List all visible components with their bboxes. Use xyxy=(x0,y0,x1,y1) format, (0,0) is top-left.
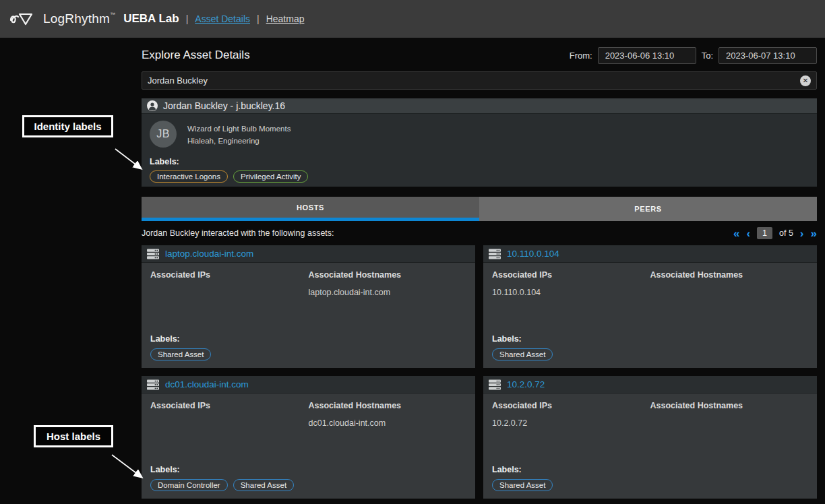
server-icon xyxy=(489,379,501,390)
next-page-icon[interactable]: › xyxy=(800,228,804,239)
asset-card-body: Associated IPs 10.2.0.72 Associated Host… xyxy=(483,393,817,499)
server-icon xyxy=(147,379,159,390)
search-bar: ✕ xyxy=(142,71,817,90)
asset-label-badge: Shared Asset xyxy=(492,348,553,360)
identity-label-badge: Interactive Logons xyxy=(150,170,228,183)
asset-card-header: 10.2.0.72 xyxy=(483,376,817,393)
tab-peers[interactable]: PEERS xyxy=(479,197,817,221)
from-datetime-input[interactable] xyxy=(598,47,696,64)
asset-card: dc01.cloudai-int.com Associated IPs Asso… xyxy=(142,376,475,499)
associated-hostnames-value xyxy=(650,418,809,429)
asset-name-link[interactable]: 10.110.0.104 xyxy=(507,249,559,259)
asset-labels: Shared Asset xyxy=(492,348,808,360)
associated-hostnames-header: Associated Hostnames xyxy=(309,270,467,280)
annotation-identity-labels: Identity labels xyxy=(22,115,113,137)
logrhythm-logo-icon xyxy=(9,9,38,28)
associated-hostnames-header: Associated Hostnames xyxy=(309,401,467,410)
asset-labels-heading: Labels: xyxy=(150,465,466,474)
identity-title: Jordan Buckley - j.buckley.16 xyxy=(163,100,285,111)
identity-labels: Interactive Logons Privileged Activity xyxy=(150,170,308,183)
asset-label-badge: Shared Asset xyxy=(150,348,211,360)
tab-hosts[interactable]: HOSTS xyxy=(142,197,479,221)
asset-label-badge: Shared Asset xyxy=(492,479,553,491)
asset-label-badge: Domain Controller xyxy=(150,479,228,491)
asset-labels-heading: Labels: xyxy=(492,334,808,344)
identity-card-body: JB Wizard of Light Bulb Moments Hialeah,… xyxy=(142,114,817,187)
asset-card-body: Associated IPs Associated Hostnames lapt… xyxy=(142,263,475,368)
clear-search-icon[interactable]: ✕ xyxy=(800,75,811,86)
associated-ips-value: 10.110.0.104 xyxy=(492,288,650,298)
asset-name-link[interactable]: dc01.cloudai-int.com xyxy=(165,379,249,389)
avatar: JB xyxy=(150,121,177,148)
associated-hostnames-header: Associated Hostnames xyxy=(650,270,809,280)
server-icon xyxy=(147,249,159,259)
brand-name: LogRhythm™ xyxy=(43,11,115,26)
from-label: From: xyxy=(570,51,592,61)
tab-bar: HOSTS PEERS xyxy=(142,197,817,221)
previous-page-icon[interactable]: ‹ xyxy=(746,228,750,239)
identity-info: Wizard of Light Bulb Moments Hialeah, En… xyxy=(187,123,291,148)
current-page-indicator[interactable]: 1 xyxy=(757,227,772,239)
associated-hostnames-header: Associated Hostnames xyxy=(650,401,809,410)
annotation-host-labels: Host labels xyxy=(34,425,113,447)
asset-card: 10.2.0.72 Associated IPs 10.2.0.72 Assoc… xyxy=(483,376,817,499)
pagination: « ‹ 1 of 5 › » xyxy=(733,227,817,239)
page-count-label: of 5 xyxy=(779,228,793,238)
associated-ips-value xyxy=(150,418,309,429)
app-title: UEBA Lab xyxy=(123,12,179,26)
asset-card-header: dc01.cloudai-int.com xyxy=(142,376,475,393)
identity-labels-arrow xyxy=(115,149,141,168)
identity-location: Hialeah, Engineering xyxy=(187,135,291,148)
asset-labels-heading: Labels: xyxy=(492,465,808,474)
identity-card-header: Jordan Buckley - j.buckley.16 xyxy=(142,98,817,114)
associated-ips-header: Associated IPs xyxy=(492,270,650,280)
asset-label-badge: Shared Asset xyxy=(233,479,294,491)
asset-labels: Shared Asset xyxy=(150,348,466,360)
to-label: To: xyxy=(702,51,713,61)
associated-ips-header: Associated IPs xyxy=(492,401,650,410)
associated-ips-value: 10.2.0.72 xyxy=(492,418,650,429)
asset-labels: Domain Controller Shared Asset xyxy=(150,479,466,491)
identity-label-badge: Privileged Activity xyxy=(233,170,308,183)
asset-grid: laptop.cloudai-int.com Associated IPs As… xyxy=(142,245,817,499)
results-info-row: Jordan Buckley interacted with the follo… xyxy=(142,225,817,241)
associated-hostnames-value: laptop.cloudai-int.com xyxy=(309,288,467,298)
associated-hostnames-value: dc01.cloudai-int.com xyxy=(309,418,467,429)
host-labels-arrow xyxy=(112,455,142,477)
nav-link-asset-details[interactable]: Asset Details xyxy=(195,13,250,24)
asset-name-link[interactable]: laptop.cloudai-int.com xyxy=(165,249,253,259)
date-range: From: To: xyxy=(570,47,817,64)
trademark: ™ xyxy=(110,11,115,18)
asset-card-body: Associated IPs 10.110.0.104 Associated H… xyxy=(483,263,817,368)
asset-labels-heading: Labels: xyxy=(150,334,466,344)
asset-card: laptop.cloudai-int.com Associated IPs As… xyxy=(142,245,475,368)
nav-separator: | xyxy=(257,13,259,24)
asset-labels: Shared Asset xyxy=(492,479,808,491)
nav-link-heatmap[interactable]: Heatmap xyxy=(266,13,305,24)
asset-card-body: Associated IPs Associated Hostnames dc01… xyxy=(142,393,475,499)
associated-ips-header: Associated IPs xyxy=(150,401,309,410)
associated-ips-value xyxy=(150,288,309,298)
asset-card-header: 10.110.0.104 xyxy=(483,245,817,263)
associated-hostnames-value xyxy=(650,288,809,298)
person-icon xyxy=(147,100,158,111)
to-datetime-input[interactable] xyxy=(719,47,817,64)
asset-card: 10.110.0.104 Associated IPs 10.110.0.104… xyxy=(483,245,817,368)
navbar: LogRhythm™ UEBA Lab | Asset Details | He… xyxy=(0,0,825,38)
identity-role: Wizard of Light Bulb Moments xyxy=(187,123,291,135)
associated-ips-header: Associated IPs xyxy=(150,270,309,280)
search-input[interactable] xyxy=(148,75,800,86)
last-page-icon[interactable]: » xyxy=(811,228,817,239)
identity-card: Jordan Buckley - j.buckley.16 JB Wizard … xyxy=(142,98,817,187)
server-icon xyxy=(489,249,501,259)
nav-separator: | xyxy=(186,13,189,24)
title-row: Explore Asset Details From: To: xyxy=(142,46,817,65)
results-summary: Jordan Buckley interacted with the follo… xyxy=(142,228,334,238)
first-page-icon[interactable]: « xyxy=(733,228,739,239)
page-title: Explore Asset Details xyxy=(142,49,250,62)
asset-card-header: laptop.cloudai-int.com xyxy=(142,245,475,263)
asset-name-link[interactable]: 10.2.0.72 xyxy=(507,379,545,389)
identity-labels-heading: Labels: xyxy=(150,157,179,166)
